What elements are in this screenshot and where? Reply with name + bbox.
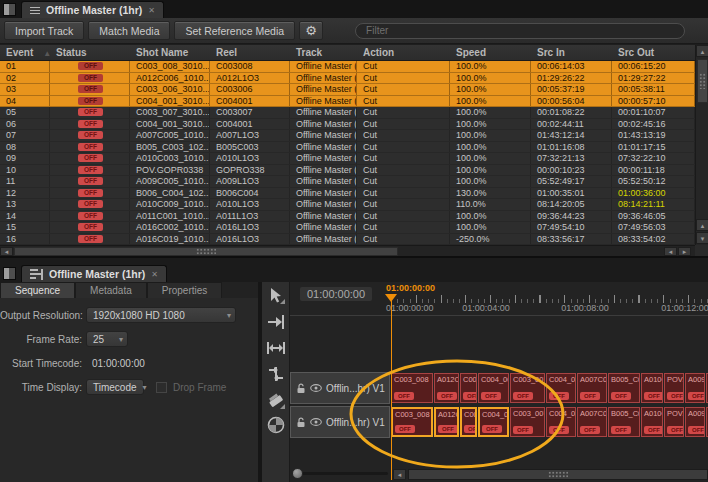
column-header-src-in[interactable]: Src In bbox=[531, 45, 612, 60]
track-1-header[interactable]: Offlin...hr) V1 bbox=[290, 372, 390, 404]
positioner-timecode-field[interactable]: 01:00:00:00 bbox=[300, 287, 372, 301]
scroll-right-icon[interactable]: ▸ bbox=[678, 247, 691, 256]
table-horizontal-scrollbar[interactable]: ◂ ◂ ▸ bbox=[0, 245, 695, 256]
scroll-left-icon[interactable]: ◂ bbox=[393, 469, 406, 480]
tab-sequence[interactable]: Sequence bbox=[0, 282, 75, 298]
menu-icon[interactable] bbox=[30, 5, 40, 16]
timeline-zoom-slider[interactable] bbox=[292, 472, 388, 475]
src-out-cell: 00:02:45:16 bbox=[612, 119, 695, 130]
column-header-status[interactable]: Status bbox=[50, 45, 130, 60]
timeline-scroll-thumb[interactable] bbox=[408, 469, 708, 480]
timeline-clip[interactable]: A012C006OFF bbox=[434, 373, 459, 403]
lock-icon[interactable] bbox=[296, 383, 306, 394]
timeline-clip[interactable]: C003_008OFF bbox=[391, 373, 433, 403]
timeline-clip[interactable]: B005_C003OFF bbox=[608, 407, 640, 437]
table-vertical-scrollbar[interactable]: ▴ ▴ ▾ bbox=[695, 45, 708, 245]
timeline-clip[interactable]: B005_C003OFF bbox=[608, 373, 640, 403]
timeline-clip[interactable]: A010C003OFF bbox=[641, 407, 663, 437]
slip-tool-icon[interactable] bbox=[265, 363, 287, 385]
table-row[interactable]: 05OFFC003_007_3010...C003007Offline Mast… bbox=[0, 107, 695, 119]
timeline-clip[interactable]: C003_006OFF bbox=[460, 407, 477, 437]
lock-icon[interactable] bbox=[296, 417, 306, 428]
table-row[interactable]: 04OFFC004_001_3010...C004001Offline Mast… bbox=[0, 96, 695, 108]
timeline-clip[interactable]: C004_001OFF bbox=[546, 407, 576, 437]
start-timecode-value[interactable]: 01:00:00:00 bbox=[86, 358, 145, 369]
scroll-up-icon-bottom[interactable]: ▴ bbox=[696, 219, 708, 231]
horizontal-scroll-thumb[interactable] bbox=[14, 247, 398, 256]
table-row[interactable]: 10OFFPOV.GOPR0338GOPRO338Offline Master … bbox=[0, 165, 695, 177]
column-header-src-out[interactable]: Src Out bbox=[612, 45, 695, 60]
set-reference-media-button[interactable]: Set Reference Media bbox=[174, 21, 295, 40]
drop-frame-checkbox[interactable] bbox=[156, 382, 167, 393]
import-track-button[interactable]: Import Track bbox=[4, 21, 84, 40]
media-globe-icon[interactable] bbox=[265, 414, 287, 436]
table-row[interactable]: 01OFFC003_008_3010...C003008Offline Mast… bbox=[0, 61, 695, 73]
timeline-clip[interactable]: C003_008OFF bbox=[391, 407, 433, 437]
match-media-button[interactable]: Match Media bbox=[88, 21, 170, 40]
frame-rate-select[interactable]: 25 ▾ bbox=[86, 331, 128, 347]
tab-properties[interactable]: Properties bbox=[147, 282, 223, 298]
timeline-clip[interactable]: A009C005OFF bbox=[685, 407, 705, 437]
timeline-ruler[interactable] bbox=[391, 294, 708, 303]
time-display-select[interactable]: Timecode ▾ bbox=[86, 379, 144, 395]
trim-tool-icon[interactable] bbox=[265, 337, 287, 359]
scroll-up-icon[interactable]: ▴ bbox=[696, 45, 708, 57]
table-row[interactable]: 11OFFA009C005_1010...A009L1O3Offline Mas… bbox=[0, 176, 695, 188]
eye-icon[interactable] bbox=[310, 418, 322, 426]
timeline-clip[interactable]: C004_001OFF bbox=[478, 373, 509, 403]
scroll-left-icon[interactable]: ◂ bbox=[0, 247, 13, 256]
timeline-clip[interactable]: C003_007OFF bbox=[510, 407, 545, 437]
playhead-line[interactable] bbox=[391, 294, 392, 480]
column-header-shot-name[interactable]: Shot Name bbox=[130, 45, 210, 60]
table-row[interactable]: 13OFFA010C009_1010...A010L1O3Offline Mas… bbox=[0, 199, 695, 211]
timeline-clip[interactable]: POV.GOPR0338OFF bbox=[664, 407, 684, 437]
timeline-clip[interactable]: A007C005OFF bbox=[577, 373, 607, 403]
table-row[interactable]: 14OFFA011C001_1010...A011L1O3Offline Mas… bbox=[0, 211, 695, 223]
clip-off-badge: OFF bbox=[611, 426, 631, 434]
track-2-header[interactable]: Offlin...hr) V1 bbox=[290, 406, 390, 438]
timeline-clip[interactable]: A010C003OFF bbox=[641, 373, 663, 403]
timeline-clip[interactable]: C004_001OFF bbox=[478, 407, 509, 437]
timeline-clip[interactable]: A009C005OFF bbox=[685, 373, 705, 403]
timeline-clip[interactable]: C004_001OFF bbox=[546, 373, 576, 403]
status-cell: OFF bbox=[50, 61, 130, 72]
table-row[interactable]: 09OFFA010C003_1010...A010L1O3Offline Mas… bbox=[0, 153, 695, 165]
close-icon[interactable]: ✕ bbox=[148, 6, 155, 15]
close-icon[interactable]: ✕ bbox=[151, 270, 158, 279]
razor-tool-icon[interactable] bbox=[265, 389, 287, 411]
table-row[interactable]: 08OFFB005_C003_102...B005C003Offline Mas… bbox=[0, 142, 695, 154]
timeline-clip[interactable]: POV.GOPR0338OFF bbox=[664, 373, 684, 403]
timeline-clip[interactable]: C003_006OFF bbox=[460, 373, 477, 403]
table-row[interactable]: 15OFFA016C002_1010...A016L1O3Offline Mas… bbox=[0, 222, 695, 234]
table-row[interactable]: 07OFFA007C005_1010...A007L1O3Offline Mas… bbox=[0, 130, 695, 142]
table-row[interactable]: 16OFFA016C019_1010...A016L1O3Offline Mas… bbox=[0, 234, 695, 246]
timeline-clip[interactable]: A007C005OFF bbox=[577, 407, 607, 437]
scroll-down-icon[interactable]: ▾ bbox=[696, 232, 708, 244]
column-header-speed[interactable]: Speed bbox=[450, 45, 531, 60]
insert-tool-icon[interactable] bbox=[265, 311, 287, 333]
gear-icon[interactable]: ⚙ bbox=[299, 21, 323, 40]
vertical-scroll-thumb[interactable] bbox=[697, 59, 708, 103]
column-header-track[interactable]: Track bbox=[290, 45, 357, 60]
table-row[interactable]: 03OFFC003_006_3010...C003006Offline Mast… bbox=[0, 84, 695, 96]
table-row[interactable]: 06OFFC004_001_3010...C004001Offline Mast… bbox=[0, 119, 695, 131]
column-header-reel[interactable]: Reel bbox=[210, 45, 290, 60]
table-row[interactable]: 02OFFA012C006_1010...A012L1O3Offline Mas… bbox=[0, 73, 695, 85]
timeline-clip[interactable]: A012C006OFF bbox=[434, 407, 459, 437]
column-header-event[interactable]: Event▲ bbox=[0, 45, 50, 60]
top-sequence-tab[interactable]: Offline Master (1hr) ✕ bbox=[21, 1, 164, 18]
filter-input[interactable] bbox=[355, 23, 685, 39]
output-resolution-select[interactable]: 1920x1080 HD 1080 ▾ bbox=[86, 307, 236, 323]
column-header-action[interactable]: Action bbox=[357, 45, 450, 60]
pointer-tool-icon[interactable] bbox=[265, 285, 287, 307]
zoom-slider-knob[interactable] bbox=[292, 468, 303, 479]
tab-metadata[interactable]: Metadata bbox=[75, 282, 147, 298]
scroll-left-icon-right[interactable]: ◂ bbox=[664, 247, 677, 256]
timeline-clip[interactable]: C003_007OFF bbox=[510, 373, 545, 403]
table-row[interactable]: 12OFFB006_C004_102...B006C004Offline Mas… bbox=[0, 188, 695, 200]
panel-toggle-icon[interactable] bbox=[3, 267, 16, 280]
bottom-sequence-tab[interactable]: Offline Master (1hr) ✕ bbox=[21, 265, 167, 282]
panel-toggle-icon[interactable] bbox=[3, 3, 16, 16]
src-in-cell: 01:43:12:14 bbox=[531, 130, 612, 141]
eye-icon[interactable] bbox=[310, 384, 322, 392]
